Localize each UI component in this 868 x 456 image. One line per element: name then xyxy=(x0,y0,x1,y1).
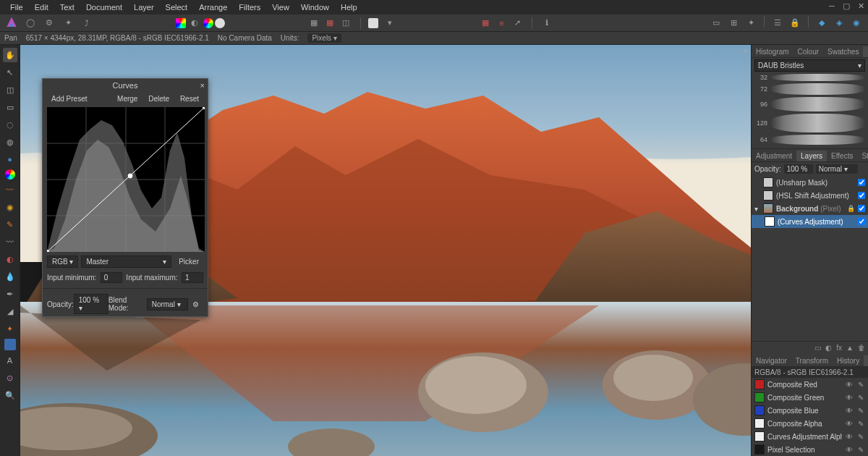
edit-icon[interactable]: ✎ xyxy=(856,407,865,415)
brush-item[interactable]: 32 xyxy=(754,74,865,81)
channel-item[interactable]: Composite Green👁✎ xyxy=(752,391,868,404)
layer-item[interactable]: (Unsharp Mask) xyxy=(752,176,868,189)
menu-help[interactable]: Help xyxy=(335,3,363,12)
luma-icon[interactable] xyxy=(215,18,225,28)
lock-icon[interactable]: 🔒 xyxy=(847,205,855,212)
tab-history[interactable]: History xyxy=(833,355,864,366)
contrast-icon[interactable]: ◐ xyxy=(187,16,202,30)
menu-window[interactable]: Window xyxy=(295,3,335,12)
smudge-tool[interactable]: 〰 xyxy=(3,235,17,249)
channel-item[interactable]: Pixel Selection👁✎ xyxy=(752,443,868,456)
channel-item[interactable]: Composite Red👁✎ xyxy=(752,378,868,391)
fx-icon[interactable]: fx xyxy=(836,344,842,352)
gradient-tool[interactable]: ◢ xyxy=(3,304,17,318)
clone-tool[interactable]: ◉ xyxy=(3,200,17,214)
edit-icon[interactable]: ✎ xyxy=(856,420,865,428)
close-button[interactable]: ✕ xyxy=(856,1,865,10)
edit-icon[interactable]: ✎ xyxy=(856,381,865,389)
layer-item-background[interactable]: ▾Background (Pixel)🔒 xyxy=(752,202,868,215)
channel-item[interactable]: Composite Alpha👁✎ xyxy=(752,417,868,430)
rectangle-tool[interactable] xyxy=(4,339,16,350)
brush-item[interactable]: 64 xyxy=(754,135,865,145)
inpaint-tool[interactable]: ✎ xyxy=(3,217,17,232)
layer-visible-toggle[interactable] xyxy=(858,179,865,186)
marquee-icon[interactable]: ▦ xyxy=(307,16,321,30)
brush-item[interactable]: 72 xyxy=(754,83,865,95)
edit-icon[interactable]: ✎ xyxy=(856,394,865,402)
picker-button[interactable]: Picker xyxy=(174,257,203,266)
menu-arrange[interactable]: Arrange xyxy=(193,3,233,12)
tab-swatches[interactable]: Swatches xyxy=(823,46,863,57)
maximize-button[interactable]: ▢ xyxy=(842,1,851,10)
edit-icon[interactable]: ✎ xyxy=(856,446,865,454)
tab-navigator[interactable]: Navigator xyxy=(752,355,791,366)
rgb-icon[interactable] xyxy=(176,18,186,28)
marquee-tool[interactable]: ▭ xyxy=(3,100,17,114)
persona3-icon[interactable]: ◉ xyxy=(849,16,864,30)
eye-icon[interactable]: 👁 xyxy=(845,446,854,454)
mesh-tool[interactable]: ✦ xyxy=(3,321,17,336)
lasso-tool[interactable]: ◌ xyxy=(3,117,17,132)
info-icon[interactable]: ℹ xyxy=(540,16,554,30)
adjustment-icon[interactable]: ◐ xyxy=(825,344,832,352)
wand-icon[interactable]: ✦ xyxy=(61,16,75,30)
grid-icon[interactable]: ▦ xyxy=(478,16,493,30)
tab-histogram[interactable]: Histogram xyxy=(752,46,793,57)
channel-select[interactable]: RGB ▾ xyxy=(47,256,78,268)
menu-layer[interactable]: Layer xyxy=(128,3,160,12)
dialog-title[interactable]: Curves × xyxy=(43,79,208,92)
expand-icon[interactable]: ▾ xyxy=(754,205,760,213)
layer-item-curves[interactable]: (Curves Adjustment) xyxy=(752,215,868,228)
delete-button[interactable]: Delete xyxy=(144,94,174,104)
paint-brush-tool[interactable]: 〰 xyxy=(3,182,17,197)
move-tool[interactable]: ↖ xyxy=(3,65,17,80)
zoom-tool[interactable]: 🔍 xyxy=(3,388,17,402)
edit-icon[interactable]: ✎ xyxy=(856,433,865,441)
persona2-icon[interactable]: ◈ xyxy=(832,16,846,30)
brush-item[interactable]: 96 xyxy=(754,97,865,111)
arrow-icon[interactable]: ➚ xyxy=(510,16,524,30)
eyedropper-tool[interactable]: ⊙ xyxy=(3,371,17,385)
channel-item[interactable]: Composite Blue👁✎ xyxy=(752,404,868,417)
text-tool[interactable]: A xyxy=(3,353,17,368)
reset-button[interactable]: Reset xyxy=(176,94,203,104)
assist-icon[interactable]: ✦ xyxy=(744,16,758,30)
input-max-field[interactable] xyxy=(182,272,203,283)
flood-tool[interactable]: ◍ xyxy=(3,135,17,149)
export-icon[interactable]: ⤴ xyxy=(80,16,94,30)
subchannel-select[interactable]: Master ▾ xyxy=(81,256,171,268)
eye-icon[interactable]: 👁 xyxy=(845,420,854,428)
ruler-icon[interactable]: ▭ xyxy=(709,16,723,30)
pen-tool[interactable]: ✒ xyxy=(3,287,17,301)
layer-visible-toggle[interactable] xyxy=(858,218,865,225)
mask-icon[interactable]: ▲ xyxy=(846,344,854,352)
eye-icon[interactable]: 👁 xyxy=(845,433,854,441)
menu-text[interactable]: Text xyxy=(54,3,80,12)
layer-opacity-input[interactable]: 100 % xyxy=(784,164,813,174)
tab-brushes[interactable]: Brushes xyxy=(863,46,868,57)
menu-file[interactable]: File xyxy=(4,3,29,12)
layer-visible-toggle[interactable] xyxy=(858,192,865,199)
tab-colour[interactable]: Colour xyxy=(793,46,823,57)
blur-tool[interactable]: 💧 xyxy=(3,269,17,284)
channel-item[interactable]: Curves Adjustment Alpha👁✎ xyxy=(752,430,868,443)
menu-view[interactable]: View xyxy=(266,3,295,12)
swatch-fg-icon[interactable] xyxy=(368,18,378,28)
gear-icon[interactable]: ⚙ xyxy=(42,16,56,30)
tab-channels[interactable]: Channels xyxy=(864,355,868,366)
eye-icon[interactable]: 👁 xyxy=(845,394,854,402)
merge-button[interactable]: Merge xyxy=(113,94,142,104)
quickmask-icon[interactable]: ▦ xyxy=(323,16,337,30)
aperture-icon[interactable]: ◯ xyxy=(23,16,38,30)
persona1-icon[interactable]: ◆ xyxy=(814,16,829,30)
brush-item[interactable]: 128 xyxy=(754,114,865,132)
selection-brush-tool[interactable]: ● xyxy=(3,152,17,166)
curves-dialog[interactable]: Curves × Add Preset Merge Delete Reset R… xyxy=(42,78,208,317)
brush-set-select[interactable]: DAUB Bristles ▾ xyxy=(754,59,865,72)
blend-mode-select[interactable]: Normal ▾ xyxy=(147,298,188,311)
menu-select[interactable]: Select xyxy=(160,3,194,12)
minimize-button[interactable]: ─ xyxy=(827,1,836,10)
hue-tool[interactable] xyxy=(5,169,15,180)
tab-layers[interactable]: Layers xyxy=(796,151,827,161)
hue-wheel-icon[interactable] xyxy=(203,18,213,28)
